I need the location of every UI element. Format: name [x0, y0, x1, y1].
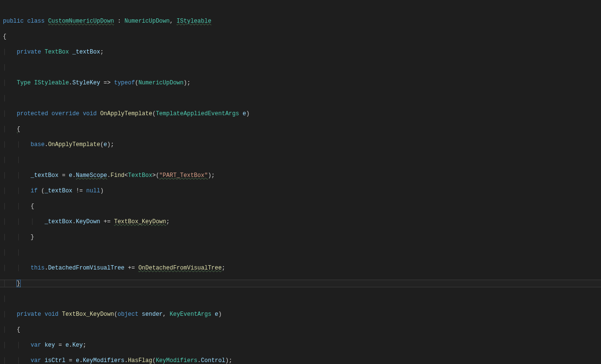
code-line[interactable]: │ │ base.OnApplyTemplate(e); [0, 141, 601, 148]
code-line[interactable]: │ private void TextBox_KeyDown(object se… [0, 310, 601, 318]
code-line[interactable]: │ │ } [0, 233, 601, 241]
code-line[interactable]: │ │ │ _textBox.KeyDown += TextBox_KeyDow… [0, 218, 601, 226]
code-line[interactable]: │ Type IStyleable.StyleKey => typeof(Num… [0, 79, 601, 87]
code-line[interactable]: │ { [0, 125, 601, 133]
code-line-current[interactable]: │ } [0, 280, 601, 287]
code-editor[interactable]: public class CustomNumericUpDown : Numer… [0, 0, 601, 364]
code-line[interactable]: │ │ { [0, 202, 601, 210]
code-line[interactable]: │ [0, 295, 601, 303]
code-line[interactable]: │ │ [0, 156, 601, 164]
code-line[interactable]: { [0, 33, 601, 40]
code-line[interactable]: │ [0, 94, 601, 102]
code-line[interactable]: │ { [0, 326, 601, 334]
code-line[interactable]: │ [0, 64, 601, 71]
code-line[interactable]: │ │ [0, 249, 601, 256]
code-line[interactable]: │ │ if (_textBox != null) [0, 187, 601, 195]
code-line[interactable]: │ protected override void OnApplyTemplat… [0, 110, 601, 118]
code-line[interactable]: │ │ this.DetachedFromVisualTree += OnDet… [0, 264, 601, 272]
code-line[interactable]: │ private TextBox _textBox; [0, 48, 601, 56]
code-line[interactable]: │ │ _textBox = e.NameScope.Find<TextBox>… [0, 172, 601, 179]
code-line[interactable]: │ │ var key = e.Key; [0, 341, 601, 349]
code-line[interactable]: │ │ var isCtrl = e.KeyModifiers.HasFlag(… [0, 357, 601, 364]
code-line[interactable]: public class CustomNumericUpDown : Numer… [0, 17, 601, 25]
